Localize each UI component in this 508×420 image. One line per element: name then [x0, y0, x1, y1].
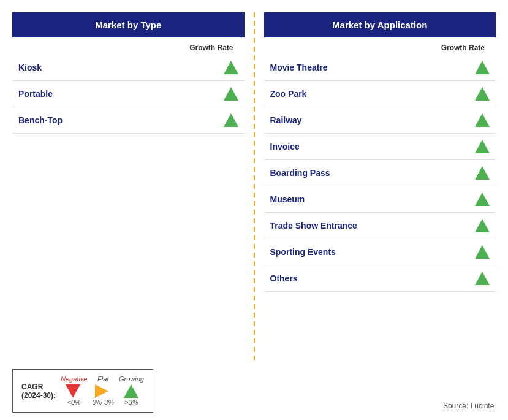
- arrow-right-orange-icon: [95, 384, 108, 398]
- list-item: Museum: [264, 186, 496, 213]
- kiosk-label: Kiosk: [18, 63, 42, 72]
- others-label: Others: [270, 273, 298, 283]
- arrow-up-green-icon: [475, 140, 490, 153]
- arrow-up-green-legend-icon: [124, 384, 138, 398]
- left-items-container: Kiosk Portable Bench-Top: [12, 55, 245, 134]
- legend-negative: Negative <0%: [61, 375, 87, 407]
- movie-theatre-label: Movie Theatre: [270, 63, 328, 72]
- list-item: Zoo Park: [264, 81, 496, 107]
- list-item: Bench-Top: [12, 107, 245, 134]
- list-item: Movie Theatre: [264, 55, 496, 81]
- right-growth-rate-label: Growth Rate: [441, 44, 496, 52]
- right-panel: Market by Application Growth Rate Movie …: [258, 12, 496, 360]
- arrow-up-green-icon: [224, 87, 238, 101]
- left-growth-rate-label: Growth Rate: [189, 44, 244, 52]
- list-item: Railway: [264, 107, 496, 134]
- list-item: Invoice: [264, 134, 496, 160]
- railway-label: Railway: [270, 115, 302, 125]
- arrow-up-green-icon: [475, 61, 490, 74]
- list-item: Others: [264, 265, 496, 292]
- boarding-pass-label: Boarding Pass: [270, 168, 330, 178]
- left-header: Market by Type: [12, 12, 245, 37]
- sporting-events-label: Sporting Events: [270, 247, 336, 257]
- left-panel: Market by Type Growth Rate Kiosk Portabl…: [12, 12, 251, 360]
- benchtop-label: Bench-Top: [18, 115, 63, 125]
- arrow-up-green-icon: [475, 245, 490, 259]
- list-item: Kiosk: [12, 55, 245, 81]
- legend-growing: Growing >3%: [119, 375, 144, 407]
- arrow-up-green-icon: [224, 113, 238, 127]
- invoice-label: Invoice: [270, 142, 300, 151]
- trade-show-label: Trade Show Entrance: [270, 221, 357, 231]
- list-item: Portable: [12, 81, 245, 107]
- legend-flat: Flat 0%-3%: [92, 375, 113, 407]
- right-items-container: Movie Theatre Zoo Park Railway Invoice B…: [264, 55, 496, 292]
- divider: [254, 12, 255, 360]
- arrow-up-green-icon: [475, 193, 490, 206]
- arrow-up-green-icon: [224, 61, 238, 74]
- source-text: Source: Lucintel: [443, 402, 496, 410]
- portable-label: Portable: [18, 89, 53, 99]
- legend-box: CAGR (2024-30): Negative <0% Flat 0%-3% …: [12, 369, 153, 413]
- arrow-up-green-icon: [475, 219, 490, 232]
- arrow-up-green-icon: [475, 166, 490, 180]
- arrow-up-green-icon: [475, 272, 490, 285]
- list-item: Trade Show Entrance: [264, 213, 496, 239]
- zoo-park-label: Zoo Park: [270, 89, 307, 99]
- museum-label: Museum: [270, 194, 305, 204]
- list-item: Boarding Pass: [264, 160, 496, 186]
- right-header: Market by Application: [264, 12, 496, 37]
- arrow-down-red-icon: [66, 384, 80, 398]
- arrow-up-green-icon: [475, 113, 490, 127]
- cagr-label: CAGR (2024-30):: [21, 383, 56, 400]
- arrow-up-green-icon: [475, 87, 490, 101]
- footer: CAGR (2024-30): Negative <0% Flat 0%-3% …: [0, 360, 508, 420]
- list-item: Sporting Events: [264, 239, 496, 265]
